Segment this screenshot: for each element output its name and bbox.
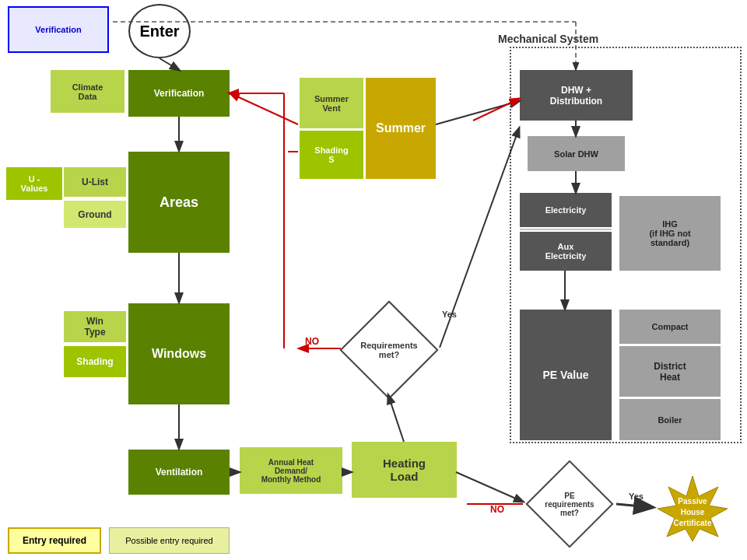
verification-box: Verification — [128, 70, 230, 117]
boiler-box: Boiler — [619, 399, 721, 440]
climate-data-label: ClimateData — [72, 82, 103, 101]
diagram-container: Verification Enter Mechanical System Cli… — [0, 0, 747, 560]
svg-text:House: House — [681, 508, 705, 516]
shading-box: Shading — [64, 346, 126, 377]
summer-vent-label: SummerVent — [314, 94, 349, 113]
shading-s-label: ShadingS — [314, 145, 348, 164]
pe-req-text: PErequirementsmet? — [527, 492, 612, 517]
electricity-box: Electricity — [520, 193, 612, 227]
ventilation-label: Ventilation — [156, 467, 203, 478]
u-values-box: U -Values — [6, 167, 62, 200]
areas-label: Areas — [160, 194, 198, 211]
summer-box: Summer — [366, 78, 436, 179]
district-heat-label: DistrictHeat — [654, 361, 686, 383]
annual-heat-box: Annual HeatDemand/Monthly Method — [240, 447, 342, 494]
svg-line-4 — [160, 58, 179, 70]
heating-load-label: HeatingLoad — [383, 457, 426, 483]
ground-label: Ground — [78, 209, 111, 220]
enter-label: Enter — [139, 23, 179, 40]
verification-label: Verification — [154, 88, 205, 99]
win-type-box: WinType — [64, 311, 126, 342]
shading-label: Shading — [76, 356, 113, 367]
no-label-2: NO — [490, 504, 504, 515]
svg-line-15 — [436, 101, 519, 124]
u-values-label: U -Values — [21, 174, 48, 193]
windows-box: Windows — [128, 303, 230, 404]
svg-line-20 — [456, 472, 523, 502]
areas-box: Areas — [128, 152, 230, 253]
shading-s-box: ShadingS — [300, 131, 363, 179]
ventilation-box: Ventilation — [128, 450, 230, 495]
pe-req-diamond-wrapper: PErequirementsmet? — [523, 467, 616, 541]
summer-vent-box: SummerVent — [300, 78, 363, 128]
legend-entry-required: Entry required — [8, 527, 101, 554]
yes-label-2: Yes — [629, 492, 644, 501]
compact-label: Compact — [651, 322, 688, 331]
svg-line-10 — [388, 395, 404, 442]
mechanical-system-label: Mechanical System — [498, 33, 598, 45]
legend-possible-entry: Possible entry required — [109, 527, 230, 554]
ihg-box: IHG(if IHG notstandard) — [619, 196, 721, 271]
residential-building-label: Verification — [35, 25, 81, 34]
dhw-dist-box: DHW +Distribution — [520, 70, 633, 121]
climate-data-box: ClimateData — [51, 70, 124, 113]
annual-heat-label: Annual HeatDemand/Monthly Method — [261, 458, 321, 484]
solar-dhw-label: Solar DHW — [554, 149, 598, 159]
compact-box: Compact — [619, 310, 721, 344]
pe-value-label: PE Value — [542, 369, 588, 381]
pe-value-box: PE Value — [520, 310, 612, 440]
electricity-label: Electricity — [545, 205, 587, 215]
yes-label-1: Yes — [442, 310, 457, 319]
district-heat-box: DistrictHeat — [619, 346, 721, 397]
svg-text:Passive: Passive — [678, 497, 707, 506]
residential-building-box: Verification — [8, 6, 109, 53]
dhw-dist-label: DHW +Distribution — [550, 85, 602, 107]
passive-house-wrapper: Passive House Certificate — [650, 473, 735, 544]
aux-electricity-label: AuxElectricity — [545, 242, 587, 261]
aux-electricity-box: AuxElectricity — [520, 232, 612, 271]
ihg-label: IHG(if IHG notstandard) — [649, 219, 690, 247]
requirements-diamond-wrapper: Requirementsmet? — [338, 307, 440, 393]
summer-label: Summer — [376, 121, 426, 135]
win-type-label: WinType — [84, 316, 105, 338]
enter-circle: Enter — [128, 4, 191, 58]
no-label-1: NO — [305, 336, 319, 347]
legend-area: Entry required Possible entry required — [8, 527, 230, 554]
svg-line-23 — [616, 504, 650, 507]
requirements-text: Requirementsmet? — [346, 341, 432, 359]
u-list-box: U-List — [64, 167, 126, 197]
solar-dhw-box: Solar DHW — [528, 136, 625, 171]
windows-label: Windows — [152, 347, 206, 361]
u-list-label: U-List — [82, 177, 108, 187]
svg-line-24 — [230, 93, 298, 124]
svg-text:Certificate: Certificate — [674, 519, 712, 527]
passive-house-starburst: Passive House Certificate — [650, 473, 735, 544]
heating-load-box: HeatingLoad — [352, 442, 457, 498]
ground-box: Ground — [64, 201, 126, 228]
boiler-label: Boiler — [658, 415, 682, 425]
